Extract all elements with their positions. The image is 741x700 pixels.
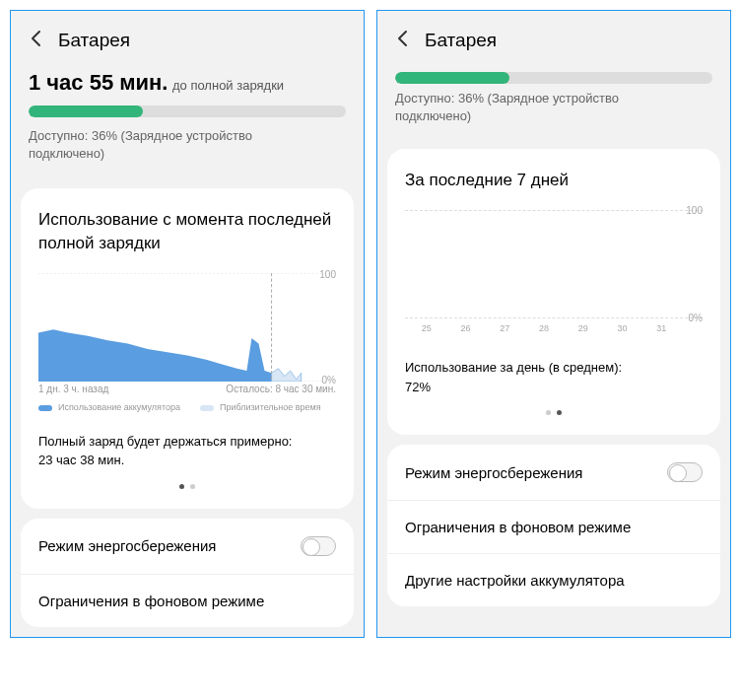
charge-progress: [395, 72, 712, 84]
page-title: Батарея: [425, 30, 497, 51]
time-remaining: Осталось: 8 час 30 мин.: [226, 384, 336, 394]
usage-card-title: Использование с момента последней полной…: [38, 208, 336, 255]
axis-100: 100: [686, 205, 703, 216]
time-to-full-suffix: до полной зарядки: [172, 78, 284, 93]
charge-summary: Доступно: 36% (Зарядное устройство подкл…: [377, 72, 730, 139]
weekly-bar-chart: 100 0% 25 26 27 28 29 30 31: [405, 210, 703, 318]
charge-summary: 1 час 55 мин. до полной зарядки Доступно…: [11, 70, 364, 178]
settings-list: Режим энергосбережения Ограничения в фон…: [387, 445, 720, 606]
header: Батарея: [11, 11, 364, 70]
pager-dots[interactable]: [38, 484, 336, 489]
charge-progress-fill: [29, 105, 143, 117]
battery-screen-1: Батарея 1 час 55 мин. до полной зарядки …: [10, 10, 365, 638]
full-charge-estimate: Полный заряд будет держаться примерно: 2…: [38, 432, 336, 470]
power-save-toggle[interactable]: [667, 462, 703, 482]
time-past: 1 дн. 3 ч. назад: [38, 384, 108, 394]
power-save-label: Режим энергосбережения: [405, 464, 582, 481]
power-save-toggle[interactable]: [301, 536, 336, 556]
legend-swatch-usage: [38, 405, 52, 411]
time-axis: 1 дн. 3 ч. назад Осталось: 8 час 30 мин.: [38, 384, 336, 394]
usage-card: Использование с момента последней полной…: [21, 188, 354, 509]
legend-swatch-approx: [200, 405, 214, 411]
pager-dots[interactable]: [405, 410, 703, 415]
settings-list: Режим энергосбережения Ограничения в фон…: [21, 519, 354, 627]
axis-100: 100: [319, 269, 336, 280]
header: Батарея: [377, 11, 730, 70]
bg-limit-row[interactable]: Ограничения в фоновом режиме: [21, 574, 354, 627]
bg-limit-label: Ограничения в фоновом режиме: [38, 593, 264, 609]
power-save-label: Режим энергосбережения: [38, 537, 216, 554]
daily-average: Использование за день (в среднем): 72%: [405, 358, 703, 396]
weekly-title: За последние 7 дней: [405, 169, 703, 192]
other-settings-row[interactable]: Другие настройки аккумулятора: [387, 553, 720, 606]
dot-2: [190, 484, 195, 489]
time-to-full: 1 час 55 мин.: [29, 70, 168, 95]
page-title: Батарея: [58, 30, 130, 51]
charge-progress-fill: [395, 72, 509, 84]
charge-progress: [29, 105, 346, 117]
axis-0: 0%: [322, 375, 336, 385]
axis-0: 0%: [689, 313, 703, 323]
bg-limit-label: Ограничения в фоновом режиме: [405, 519, 631, 535]
chart-legend: Использование аккумулятора Приблизительн…: [38, 402, 336, 412]
weekly-card: За последние 7 дней 100 0% 25 26 27 28 2…: [387, 149, 720, 435]
power-save-row[interactable]: Режим энергосбережения: [387, 445, 720, 500]
legend-approx-label: Приблизительное время: [220, 402, 321, 412]
available-text: Доступно: 36% (Зарядное устройство подкл…: [29, 127, 346, 163]
usage-area-chart: 100 0%: [38, 273, 336, 382]
battery-screen-2: Батарея Доступно: 36% (Зарядное устройст…: [376, 10, 731, 638]
available-text: Доступно: 36% (Зарядное устройство подкл…: [395, 90, 712, 125]
dot-1: [179, 484, 184, 489]
legend-usage-label: Использование аккумулятора: [58, 402, 180, 412]
back-icon[interactable]: [27, 29, 46, 52]
back-icon[interactable]: [393, 29, 413, 52]
bg-limit-row[interactable]: Ограничения в фоновом режиме: [387, 500, 720, 553]
power-save-row[interactable]: Режим энергосбережения: [21, 519, 354, 574]
dot-1: [546, 410, 551, 415]
dot-2: [557, 410, 562, 415]
other-settings-label: Другие настройки аккумулятора: [405, 572, 625, 589]
